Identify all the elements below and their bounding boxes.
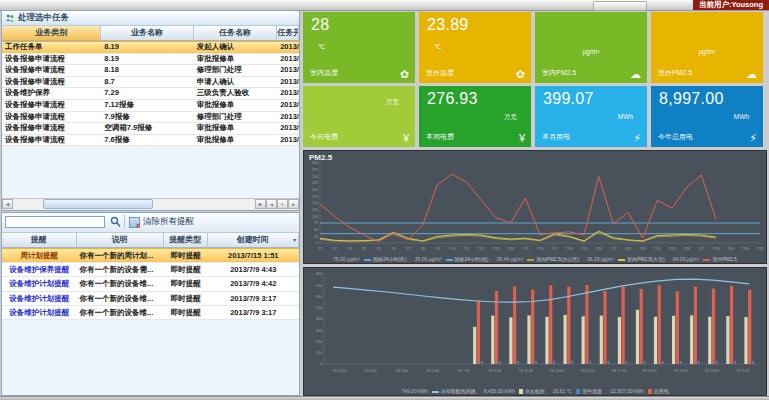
sort-arrow-icon[interactable]: ▾ (293, 233, 296, 247)
table-cell: 你有一个新的设备维... (77, 277, 164, 290)
pm25-chart-title: PM2.5 (309, 153, 332, 162)
tile-label: 本周电费 (426, 132, 454, 142)
table-row[interactable]: 设备维护保养7.29三级负责人验收2013/7 (2, 88, 299, 100)
column-header[interactable]: 任务名称 (194, 26, 277, 41)
table-row[interactable]: 设备维护计划提醒你有一个新的设备维...即时提醒2013/7/9 3:17 (2, 306, 299, 320)
outdoor-temp-tile[interactable]: 23.89℃室外温度✿ (419, 12, 531, 83)
reminder-table-header: 提醒说明提醒类型创建时间▾ (2, 233, 299, 248)
year-energy-tile[interactable]: 8,997.00MWh今年总用电⚡ (651, 86, 763, 147)
today-cost-tile[interactable]: 万元今日电费¥ (303, 86, 415, 147)
table-row[interactable]: 设备报修申请流程7.9报修修理部门处理2013/7 (2, 112, 299, 124)
tile-value: 8,997.00 (659, 90, 724, 108)
svg-text:7/16: 7/16 (537, 247, 544, 251)
table-row[interactable]: 设备报修申请流程8.18修理部门处理2013/8 (2, 65, 299, 77)
svg-text:7/20: 7/20 (595, 247, 602, 251)
table-cell: 7.6报修 (101, 135, 193, 146)
week-cost-tile[interactable]: 276.93万元本周电费¥ (419, 86, 531, 147)
svg-text:7/28: 7/28 (713, 247, 720, 251)
table-row[interactable]: 工作任务单8.19发起人确认2013/8 (2, 41, 299, 54)
task-horizontal-scrollbar[interactable]: ◄ ► ◂ ▪ ▸ (2, 198, 299, 210)
table-cell: 8.7 (101, 77, 193, 88)
scroll-thumb[interactable] (43, 199, 153, 209)
outdoor-pm25-tile[interactable]: µg/m³室外PM2.5☁ (651, 12, 763, 83)
table-cell: 2013/8 (277, 54, 299, 65)
table-cell: 2013/7 (277, 135, 299, 146)
scroll-right-button[interactable]: ► (255, 199, 266, 209)
table-cell: 你有一个新的设备维... (77, 306, 164, 319)
tile-value: 276.93 (427, 90, 478, 108)
scroll-track[interactable] (13, 199, 255, 210)
svg-text:125: 125 (312, 208, 318, 212)
svg-text:7月 17:00: 7月 17:00 (611, 369, 626, 373)
legend-item: 35.00 µg/m³国标24小时(优) (415, 256, 489, 262)
legend-item: 35.44 µg/m³室内PM2.5(办公区) (497, 256, 580, 262)
svg-text:500: 500 (316, 306, 322, 310)
scroll-left-button[interactable]: ◄ (2, 199, 13, 209)
tile-unit: ℃ (434, 43, 441, 51)
table-row[interactable]: 设备报修申请流程8.19审批报修单2013/8 (2, 54, 299, 66)
svg-text:225: 225 (312, 181, 318, 185)
svg-text:7月 1:00: 7月 1:00 (364, 369, 377, 373)
table-row[interactable]: 设备报修申请流程7.12报修审批报修单2013/7 (2, 100, 299, 112)
svg-text:7/21: 7/21 (610, 247, 617, 251)
temp-icon: ✿ (400, 69, 409, 80)
table-row[interactable]: 设备维护计划提醒你有一个新的设备维...即时提醒2013/7/9 4:42 (2, 277, 299, 291)
svg-text:7/14: 7/14 (507, 247, 514, 251)
table-row[interactable]: 设备报修申请流程7.6报修审批报修单2013/7 (2, 135, 299, 147)
svg-text:200: 200 (316, 340, 322, 344)
table-cell: 7.9报修 (101, 112, 193, 123)
tile-label: 室外PM2.5 (658, 68, 692, 78)
search-input[interactable] (5, 216, 105, 228)
column-header[interactable]: 说明 (77, 233, 164, 248)
table-cell: 工作任务单 (2, 42, 101, 53)
svg-text:7月 23:00: 7月 23:00 (332, 369, 347, 373)
clear-all-reminders-button[interactable]: 清除所有提醒 (129, 215, 194, 229)
bolt-icon: ⚡ (633, 133, 641, 144)
window-tab[interactable] (593, 1, 647, 11)
svg-text:200: 200 (312, 188, 318, 192)
table-row[interactable]: 设备维护保养提醒你有一个新的设备需...即时提醒2013/7/9 4:43 (2, 263, 299, 277)
table-cell: 设备报修申请流程 (2, 54, 101, 65)
table-cell: 设备维护计划提醒 (2, 277, 77, 290)
table-cell: 2013/7 (277, 123, 299, 134)
table-row[interactable]: 设备维护计划提醒你有一个新的设备维...即时提醒2013/7/9 3:17 (2, 292, 299, 306)
table-cell: 2013/7 (277, 112, 299, 123)
indoor-temp-tile[interactable]: 28℃室内温度✿ (303, 12, 415, 83)
table-cell: 设备报修申请流程 (2, 112, 101, 123)
column-header[interactable]: 业务类别 (2, 26, 101, 41)
pm25-chart-panel: 02550751001251501752002252502753007/17/2… (303, 150, 767, 264)
column-header[interactable]: 业务名称 (101, 26, 193, 41)
money-icon: ¥ (403, 133, 409, 144)
scroll-page-mid-button[interactable]: ▪ (277, 199, 288, 209)
scroll-page-left-button[interactable]: ◂ (266, 199, 277, 209)
table-cell: 设备维护计划提醒 (2, 292, 77, 305)
table-cell: 设备报修申请流程 (2, 65, 101, 76)
legend-item: 75.00 µg/m³国标24小时(良) (333, 256, 407, 262)
column-header[interactable]: 创建时间▾ (208, 233, 299, 248)
svg-text:7/3: 7/3 (347, 247, 352, 251)
month-energy-tile[interactable]: 399.07MWh本月用电⚡ (535, 86, 647, 147)
table-row[interactable]: 周计划提醒你有一个新的周计划...即时提醒2013/7/15 1:51 (2, 248, 299, 263)
svg-text:7月 15:00: 7月 15:00 (580, 369, 595, 373)
scroll-page-right-button[interactable]: ▸ (288, 199, 299, 209)
window-bottom-edge (0, 396, 769, 400)
search-icon[interactable] (110, 216, 121, 228)
table-cell: 三级负责人验收 (194, 88, 277, 99)
svg-text:7/6: 7/6 (391, 247, 396, 251)
table-row[interactable]: 设备报修申请流程8.7申请人确认2013/8 (2, 77, 299, 89)
reminder-panel: 清除所有提醒 提醒说明提醒类型创建时间▾ 周计划提醒你有一个新的周计划...即时… (1, 212, 300, 396)
indoor-pm25-tile[interactable]: µg/m³室内PM2.5☁ (535, 12, 647, 83)
table-cell: 修理部门处理 (194, 112, 277, 123)
svg-text:0: 0 (320, 362, 322, 366)
column-header[interactable]: 提醒 (2, 233, 77, 248)
table-cell: 即时提醒 (164, 263, 208, 276)
table-cell: 设备报修申请流程 (2, 77, 101, 88)
task-panel-header[interactable]: 处理选中任务 (2, 11, 299, 26)
column-header[interactable]: 任务开始时间 (277, 26, 299, 41)
tile-unit: ℃ (318, 43, 325, 51)
column-header[interactable]: 提醒类型 (164, 233, 208, 248)
svg-text:0: 0 (316, 241, 318, 245)
table-row[interactable]: 设备报修申请流程空调箱7.9报修审批报修单2013/7 (2, 123, 299, 135)
svg-text:7/5: 7/5 (376, 247, 381, 251)
energy-chart-legend: 749.00 kWh冷却塔配电回路8,456.00 kWh冷水机组26.61 ℃… (304, 388, 766, 394)
